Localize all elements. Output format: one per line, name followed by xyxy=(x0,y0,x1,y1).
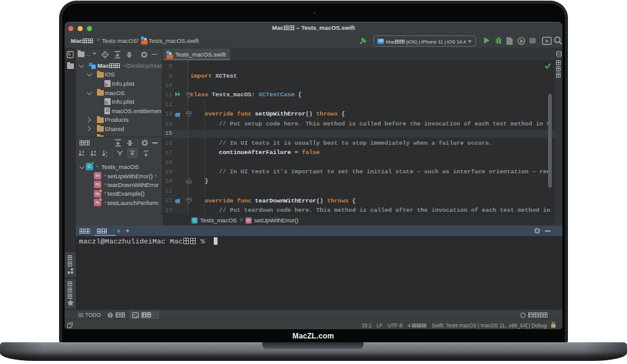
svg-text:z: z xyxy=(106,154,108,158)
